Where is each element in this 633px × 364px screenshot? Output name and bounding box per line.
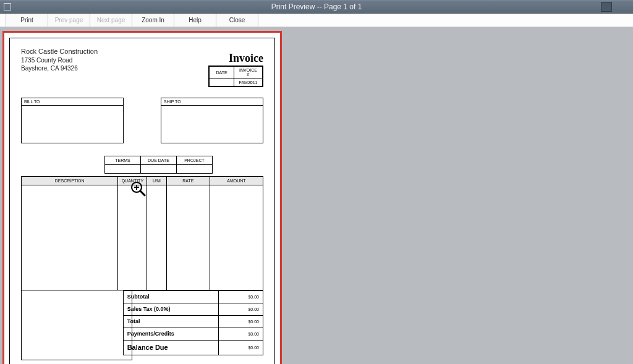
salestax-value: $0.00 xyxy=(218,303,263,315)
total-value: $0.00 xyxy=(218,315,263,328)
invoice-header-box: DATE INVOICE # FAM2011 xyxy=(208,66,263,87)
terms-label: TERMS xyxy=(105,156,141,164)
col-description: DESCRIPTION xyxy=(22,176,118,185)
project-value xyxy=(177,164,213,173)
terms-value xyxy=(105,164,141,173)
balance-label: Balance Due xyxy=(123,340,218,355)
window-icon xyxy=(4,3,11,11)
preview-workspace[interactable]: Rock Castle Construction 1735 County Roa… xyxy=(0,27,633,364)
print-button[interactable]: Print xyxy=(6,14,48,27)
bill-to-box: BILL TO xyxy=(21,98,124,143)
bill-to-label: BILL TO xyxy=(22,98,123,106)
close-button[interactable]: Close xyxy=(216,14,258,27)
date-label: DATE xyxy=(210,67,234,78)
subtotal-value: $0.00 xyxy=(218,290,263,303)
company-name: Rock Castle Construction xyxy=(21,47,263,56)
invoice-num-label: INVOICE # xyxy=(234,67,263,78)
col-amount: AMOUNT xyxy=(210,176,263,185)
invoice-num-value: FAM2011 xyxy=(234,78,263,87)
payments-value: $0.00 xyxy=(218,328,263,340)
due-date-label: DUE DATE xyxy=(141,156,177,164)
meta-table: TERMS DUE DATE PROJECT xyxy=(104,156,213,174)
zoom-in-button[interactable]: Zoom In xyxy=(132,14,174,27)
project-label: PROJECT xyxy=(177,156,213,164)
company-addr1: 1735 County Road xyxy=(21,56,263,65)
cell-amount xyxy=(210,185,263,290)
toolbar-spacer xyxy=(0,14,6,27)
total-label: Total xyxy=(123,315,218,328)
col-quantity: QUANTITY xyxy=(118,176,147,185)
items-table: DESCRIPTION QUANTITY U/M RATE AMOUNT xyxy=(21,176,263,290)
date-value xyxy=(210,78,234,87)
window-maximize-button[interactable] xyxy=(601,2,612,12)
page-selection-frame: Rock Castle Construction 1735 County Roa… xyxy=(2,31,282,364)
footer-left-box xyxy=(21,290,132,360)
ship-to-label: SHIP TO xyxy=(161,98,263,106)
window-title: Print Preview -- Page 1 of 1 xyxy=(271,2,362,11)
cell-rate xyxy=(166,185,210,290)
col-um: U/M xyxy=(147,176,166,185)
col-rate: RATE xyxy=(166,176,210,185)
next-page-button: Next page xyxy=(90,14,132,27)
window-titlebar: Print Preview -- Page 1 of 1 xyxy=(0,0,633,14)
help-button[interactable]: Help xyxy=(174,14,216,27)
cell-um xyxy=(147,185,166,290)
cell-quantity xyxy=(118,185,147,290)
payments-label: Payments/Credits xyxy=(123,328,218,340)
invoice-title: Invoice xyxy=(229,52,263,65)
cell-description xyxy=(22,185,118,290)
prev-page-button: Prev page xyxy=(48,14,90,27)
ship-to-box: SHIP TO xyxy=(161,98,263,143)
subtotal-label: Subtotal xyxy=(123,290,218,303)
salestax-label: Sales Tax (0.0%) xyxy=(123,303,218,315)
totals-table: Subtotal $0.00 Sales Tax (0.0%) $0.00 To… xyxy=(123,290,263,355)
due-date-value xyxy=(141,164,177,173)
invoice-page[interactable]: Rock Castle Construction 1735 County Roa… xyxy=(9,38,275,364)
balance-value: $0.00 xyxy=(218,340,263,355)
toolbar: Print Prev page Next page Zoom In Help C… xyxy=(0,14,633,27)
